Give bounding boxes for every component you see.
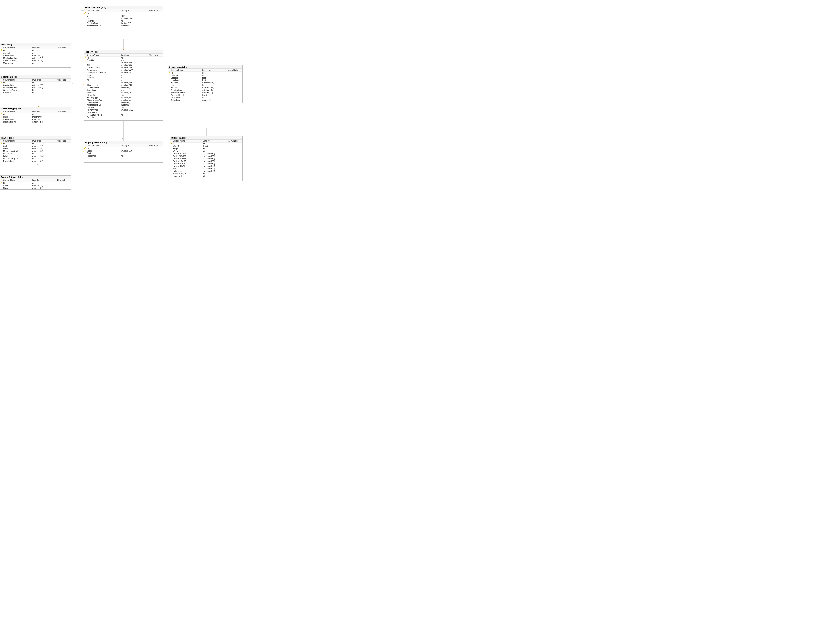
table-row[interactable]: ModificationDatedatetime2(7) — [168, 91, 242, 94]
table-row[interactable]: FeatureTypeint — [0, 152, 71, 155]
table-row[interactable]: StaticMapnvarchar(350) — [168, 86, 242, 89]
table-row[interactable]: 🔑Idint — [0, 113, 71, 116]
table-row[interactable]: EnglishNamenvarchar(80) — [0, 160, 71, 163]
table-row[interactable]: CreationDatedatetime2(7) — [0, 54, 71, 57]
table-Multimedia[interactable]: Multimedia (dbo)Column NameData TypeAllo… — [170, 136, 242, 181]
table-row[interactable]: PropertyIdint — [0, 91, 71, 94]
table-row[interactable]: Labelnvarchar(200) — [0, 155, 71, 158]
table-row[interactable]: PropertyIdint — [84, 155, 163, 157]
table-PropertyFeature[interactable]: PropertyFeature (dbo)Column NameData Typ… — [84, 141, 163, 163]
table-Price[interactable]: Price (dbo)Column NameData TypeAllow Nul… — [0, 43, 71, 68]
table-row[interactable]: Longitudefloat — [168, 79, 242, 81]
table-row[interactable]: 🔑Idint — [170, 142, 242, 145]
table-row[interactable]: PrimaryPhotonvarchar(MAX) — [84, 109, 163, 111]
table-row[interactable]: Titlenvarchar(500) — [170, 167, 242, 170]
table-row[interactable]: MultimediaTypeint — [170, 172, 242, 175]
table-row[interactable]: OperationTypeIdint — [0, 89, 71, 91]
table-row[interactable]: 🔑Idint — [0, 182, 71, 184]
table-row[interactable]: ModificationDatedatetime2(7) — [0, 57, 71, 59]
table-row[interactable]: Addressnvarchar(200) — [168, 81, 242, 84]
table-Feature[interactable]: Feature (dbo)Column NameData TypeAllow N… — [0, 136, 71, 163]
table-row[interactable]: Resize215x159nvarchar(150) — [170, 160, 242, 163]
table-row[interactable]: CreationDatedatetime2(7) — [84, 101, 163, 104]
table-RealEstateType[interactable]: RealEstateType (dbo)Column NameData Type… — [84, 6, 163, 39]
table-row[interactable]: Widthint — [170, 150, 242, 152]
table-row[interactable]: [Order]tinyint — [170, 145, 242, 147]
table-row[interactable]: Coordinategeography — [168, 99, 242, 102]
table-row[interactable]: MeasurementUnitnvarchar(30) — [0, 150, 71, 152]
table-row[interactable]: Resize1200x1200nvarchar(150) — [170, 152, 242, 155]
table-FeatureCategory[interactable]: FeatureCategory (dbo)Column NameData Typ… — [0, 175, 71, 190]
table-row[interactable]: Reservedbit — [84, 77, 163, 79]
table-row[interactable]: PropertyIdentifierbigint — [168, 94, 242, 97]
table-row[interactable]: PropertyIdint — [170, 175, 242, 177]
table-row[interactable]: Statusnvarchar(25) — [84, 91, 163, 94]
table-row[interactable]: [Identity]bigint — [84, 59, 163, 61]
table-GeoLocation[interactable]: GeoLocation (dbo)Column NameData TypeAll… — [168, 65, 242, 103]
table-row[interactable]: Namenvarchar(50) — [0, 116, 71, 118]
table-row[interactable]: Domaintinyint — [84, 106, 163, 109]
table-row[interactable]: Resize130x70nvarchar(150) — [170, 165, 242, 167]
table-row[interactable]: ModificationDatedatetime2(7) — [0, 121, 71, 123]
table-row[interactable]: ModificationDatedatetime2(7) — [84, 104, 163, 106]
table-row[interactable]: DatePublisheddatetime2(7) — [84, 86, 163, 89]
table-row[interactable]: Ubigeoint — [168, 84, 242, 86]
table-row[interactable]: PublisherIdint — [84, 111, 163, 114]
table-row[interactable]: 🔑Idint — [0, 81, 71, 84]
table-row[interactable]: Altbit — [84, 79, 163, 81]
table-row[interactable]: 🔑Idint — [84, 56, 163, 59]
table-row[interactable]: FeatureCategoryIdint — [0, 158, 71, 160]
table-row[interactable]: CreationDatedatetime2(7) — [0, 118, 71, 121]
table-row[interactable]: PropertyIdint — [168, 97, 242, 99]
table-row[interactable]: Namenvarchar(80) — [0, 187, 71, 189]
table-row[interactable]: Resize730x532nvarchar(150) — [170, 155, 242, 158]
table-row[interactable]: CurrencyCodenvarchar(10) — [0, 59, 71, 62]
column-type: nvarchar(150) — [202, 155, 228, 158]
table-row[interactable]: ParentIdint — [84, 116, 163, 119]
table-row[interactable]: PropertyTypenvarchar(30) — [84, 96, 163, 99]
table-row[interactable]: Titlenvarchar(300) — [84, 64, 163, 67]
table-row[interactable]: Descriptionnvarchar(MAX) — [84, 69, 163, 72]
table-row[interactable]: Heightint — [170, 147, 242, 150]
table-row[interactable]: Codenvarchar(300) — [84, 61, 163, 64]
table-Operation[interactable]: Operation (dbo)Column NameData TypeAllow… — [0, 75, 71, 97]
table-row[interactable]: CreationDatedatetime2(7) — [168, 89, 242, 91]
table-row[interactable]: StatusCodetinyint — [84, 94, 163, 96]
table-row[interactable]: Amountreal — [0, 52, 71, 54]
table-row[interactable]: 🔑Idint — [168, 72, 242, 74]
table-row[interactable]: DescriptionNormalizednvarchar(MAX) — [84, 72, 163, 74]
table-row[interactable]: Domainint — [168, 74, 242, 77]
table-row[interactable]: ModificationDatedatetime2(7) — [84, 25, 163, 27]
table-row[interactable]: 🔑Idint — [0, 142, 71, 145]
table-row[interactable]: FeatureIdint — [84, 152, 163, 155]
table-row[interactable]: Valuenvarchar(150) — [84, 150, 163, 152]
table-row[interactable]: 🔑Idint — [84, 12, 163, 15]
table-row[interactable]: AlphanumericKeynvarchar(15) — [84, 99, 163, 101]
table-row[interactable]: Namenvarchar(80) — [0, 147, 71, 150]
table-Property[interactable]: Property (dbo)Column NameData TypeAllow … — [84, 50, 163, 121]
table-row[interactable]: CreationDatedatetime2(7) — [0, 84, 71, 86]
table-row[interactable]: Referencenvarchar(150) — [170, 170, 242, 172]
column-type: int — [120, 147, 148, 150]
table-row[interactable]: RealEstateTypeIdint — [84, 114, 163, 116]
table-row[interactable]: CreationDatedatetime2(7) — [84, 22, 163, 25]
column-header-name: Column Name — [3, 46, 32, 49]
table-row[interactable]: ParentIdint — [84, 20, 163, 22]
table-OperationType[interactable]: OperationType (dbo)Column NameData TypeA… — [0, 107, 71, 127]
table-row[interactable]: Resize100x75nvarchar(150) — [170, 163, 242, 165]
table-row[interactable]: Unsafebit — [84, 74, 163, 77]
table-row[interactable]: Codenvarchar(25) — [0, 184, 71, 187]
table-row[interactable]: Latitudefloat — [168, 77, 242, 79]
table-row[interactable]: ThumbnailUrlnvarchar(200) — [84, 84, 163, 86]
table-row[interactable]: OperationIdint — [0, 62, 71, 64]
table-row[interactable]: ModificationDatedatetime2(7) — [0, 86, 71, 89]
table-row[interactable]: 🔑Idint — [84, 147, 163, 150]
table-row[interactable]: GeneratedTitlenvarchar(300) — [84, 67, 163, 69]
table-row[interactable]: Resize360x266nvarchar(150) — [170, 158, 242, 160]
table-row[interactable]: Namenvarchar(150) — [84, 17, 163, 20]
table-row[interactable]: Codebigint — [84, 15, 163, 17]
table-row[interactable]: Timestampbigint — [84, 89, 163, 91]
table-row[interactable]: Urlnvarchar(200) — [84, 81, 163, 84]
table-row[interactable]: Codenvarchar(25) — [0, 145, 71, 147]
table-row[interactable]: 🔑Idint — [0, 49, 71, 52]
